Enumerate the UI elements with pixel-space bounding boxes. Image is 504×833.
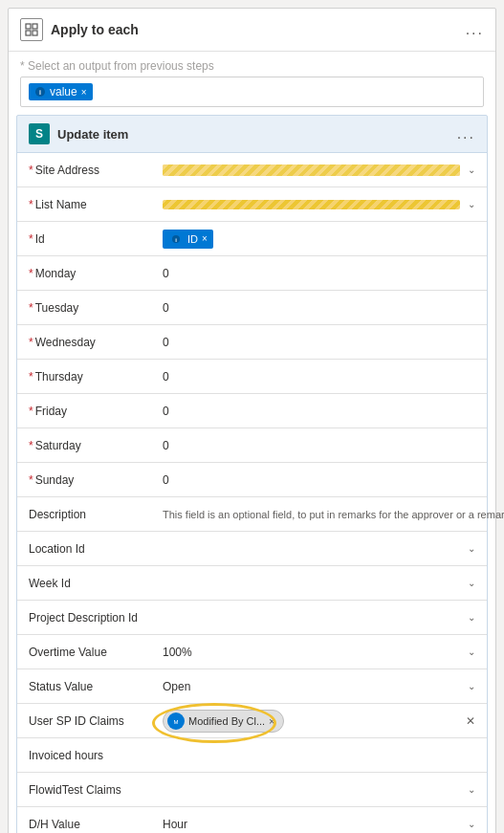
inner-header: S Update item ... (17, 116, 487, 153)
user-sp-id-claims-row: User SP ID Claims M Modified By Cl... × … (17, 704, 487, 738)
wednesday-value[interactable]: 0 (163, 332, 475, 353)
overtime-value-chevron[interactable]: ⌄ (468, 647, 475, 657)
site-address-value[interactable]: ⌄ (163, 161, 475, 180)
svg-text:M: M (174, 718, 179, 724)
dh-value-text: Hour (163, 818, 187, 831)
outer-title: Apply to each (51, 22, 139, 37)
description-label: Description (29, 502, 163, 527)
overtime-value-value[interactable]: 100% ⌄ (163, 642, 475, 663)
status-value-label: Status Value (29, 674, 163, 699)
list-name-chevron[interactable]: ⌄ (468, 199, 475, 209)
user-sp-id-claims-label: User SP ID Claims (29, 709, 163, 734)
flowid-test-claims-chevron[interactable]: ⌄ (468, 784, 475, 795)
sunday-text: 0 (163, 473, 169, 487)
project-desc-id-row: Project Description Id ⌄ (17, 601, 487, 635)
site-address-chevron[interactable]: ⌄ (468, 164, 475, 175)
outer-dots-menu[interactable]: ... (466, 21, 484, 38)
invoiced-hours-value[interactable] (163, 752, 475, 759)
svg-rect-1 (33, 24, 37, 29)
friday-label: *Friday (29, 399, 163, 424)
svg-rect-3 (33, 31, 37, 35)
description-row: Description This field is an optional fi… (17, 497, 487, 532)
apply-to-each-icon (20, 18, 43, 41)
overtime-value-label: Overtime Value (29, 640, 163, 665)
user-sp-clear-btn[interactable]: ✕ (466, 714, 475, 728)
inner-dots-menu[interactable]: ... (457, 125, 475, 142)
value-tag-close[interactable]: × (81, 87, 87, 98)
list-name-redacted (163, 200, 460, 209)
value-tag: i value × (29, 83, 93, 100)
week-id-row: Week Id ⌄ (17, 566, 487, 601)
saturday-value[interactable]: 0 (163, 435, 475, 456)
id-row: *Id i ID × (17, 222, 487, 256)
user-chip: M Modified By Cl... × (163, 710, 284, 733)
sunday-label: *Sunday (29, 468, 163, 493)
monday-row: *Monday 0 (17, 256, 487, 291)
invoiced-hours-row: Invoiced hours (17, 738, 487, 773)
friday-value[interactable]: 0 (163, 401, 475, 422)
thursday-value[interactable]: 0 (163, 366, 475, 387)
outer-card: Apply to each ... * Select an output fro… (8, 8, 496, 833)
status-value-chevron[interactable]: ⌄ (468, 681, 475, 691)
location-id-chevron[interactable]: ⌄ (468, 543, 475, 554)
thursday-label: *Thursday (29, 364, 163, 389)
site-address-label: *Site Address (29, 158, 163, 183)
inner-card: S Update item ... *Site Address ⌄ *List … (16, 115, 488, 833)
monday-value[interactable]: 0 (163, 263, 475, 284)
monday-text: 0 (163, 267, 169, 280)
thursday-row: *Thursday 0 (17, 360, 487, 394)
dh-value-chevron[interactable]: ⌄ (468, 819, 475, 829)
flowid-test-claims-row: FlowidTest Claims ⌄ (17, 773, 487, 807)
user-chip-text: Modified By Cl... (188, 715, 265, 727)
user-sp-id-claims-value[interactable]: M Modified By Cl... × ✕ (163, 706, 475, 736)
id-chip: i ID × (163, 230, 213, 249)
friday-row: *Friday 0 (17, 394, 487, 428)
outer-header: Apply to each ... (9, 9, 495, 52)
week-id-label: Week Id (29, 571, 163, 596)
list-name-value[interactable]: ⌄ (163, 195, 475, 213)
tuesday-row: *Tuesday 0 (17, 291, 487, 325)
sharepoint-icon: S (29, 123, 50, 144)
project-desc-id-value[interactable]: ⌄ (163, 608, 475, 626)
inner-header-left: S Update item (29, 123, 128, 144)
tuesday-value[interactable]: 0 (163, 297, 475, 318)
value-tag-container[interactable]: i value × (20, 77, 484, 107)
wednesday-row: *Wednesday 0 (17, 325, 487, 360)
description-value[interactable]: This field is an optional field, to put … (163, 505, 504, 524)
id-value[interactable]: i ID × (163, 226, 475, 252)
svg-text:i: i (39, 89, 41, 96)
list-name-row: *List Name ⌄ (17, 187, 487, 222)
project-desc-id-chevron[interactable]: ⌄ (468, 612, 475, 623)
dh-value-value[interactable]: Hour ⌄ (163, 814, 475, 834)
svg-rect-0 (26, 24, 31, 29)
wednesday-text: 0 (163, 336, 169, 349)
location-id-value[interactable]: ⌄ (163, 539, 475, 558)
flowid-test-claims-label: FlowidTest Claims (29, 778, 163, 802)
user-avatar: M (167, 712, 185, 730)
list-name-label: *List Name (29, 192, 163, 217)
dh-value-row: D/H Value Hour ⌄ (17, 807, 487, 833)
location-id-label: Location Id (29, 537, 163, 561)
location-id-row: Location Id ⌄ (17, 532, 487, 566)
week-id-value[interactable]: ⌄ (163, 574, 475, 592)
status-value-value[interactable]: Open ⌄ (163, 676, 475, 697)
inner-title: Update item (57, 127, 128, 142)
monday-label: *Monday (29, 261, 163, 286)
id-text: ID (187, 233, 198, 245)
id-label: *Id (29, 227, 163, 252)
wednesday-label: *Wednesday (29, 330, 163, 355)
id-chip-close[interactable]: × (202, 233, 208, 244)
user-chip-close[interactable]: × (269, 715, 274, 727)
sunday-value[interactable]: 0 (163, 470, 475, 491)
saturday-row: *Saturday 0 (17, 428, 487, 463)
tuesday-text: 0 (163, 301, 169, 315)
svg-rect-2 (26, 31, 31, 35)
saturday-label: *Saturday (29, 433, 163, 458)
description-text: This field is an optional field, to put … (163, 509, 504, 520)
flowid-test-claims-value[interactable]: ⌄ (163, 780, 475, 799)
form-rows-container: *Site Address ⌄ *List Name ⌄ *Id (17, 153, 487, 833)
sunday-row: *Sunday 0 (17, 463, 487, 497)
status-value-row: Status Value Open ⌄ (17, 669, 487, 704)
week-id-chevron[interactable]: ⌄ (468, 578, 475, 588)
overtime-value-row: Overtime Value 100% ⌄ (17, 635, 487, 669)
